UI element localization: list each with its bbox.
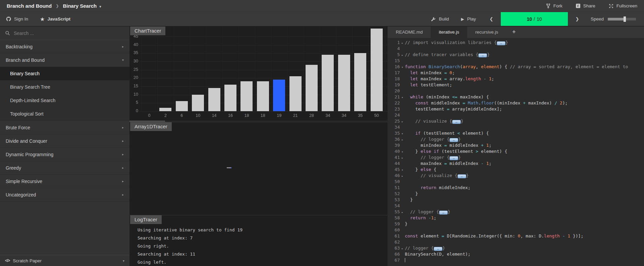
sidebar-item-topological-sort[interactable]: Topological Sort (0, 107, 129, 121)
code-line-content[interactable]: // logger {↔} (405, 246, 644, 252)
fullscreen-button[interactable]: Fullscreen (609, 3, 637, 8)
code-line-content[interactable]: maxIndex = middleIndex - 1; (405, 161, 644, 167)
sidebar-item-binary-search-tree[interactable]: Binary Search Tree (0, 80, 129, 94)
code-line-content[interactable]: const element = D[Randomize.Integer({ mi… (405, 233, 644, 239)
code-line-content[interactable]: testElement = array[middleIndex]; (405, 106, 644, 113)
fork-button[interactable]: Fork (546, 3, 562, 8)
code-line-content[interactable]: minIndex = middleIndex + 1; (405, 143, 644, 149)
code-line-content[interactable] (405, 58, 644, 64)
code-fold-widget-icon[interactable]: ↔ (497, 41, 505, 45)
code-line-content[interactable]: while (minIndex <= maxIndex) { (405, 94, 644, 100)
sidebar-category-simple-recursive[interactable]: Simple Recursive▸ (0, 175, 129, 188)
code-line-content[interactable] (405, 125, 644, 131)
fold-closed-icon[interactable]: ▸ (400, 155, 405, 161)
code-line-content[interactable]: } (405, 191, 644, 197)
code-line-content[interactable]: let maxIndex = array.length - 1; (405, 76, 644, 82)
code-line-content[interactable]: // visualize {↔} (405, 119, 644, 125)
sidebar-item-depth-limited-search[interactable]: Depth-Limited Search (0, 94, 129, 107)
breadcrumb-category[interactable]: Branch and Bound (7, 3, 52, 9)
sidebar-item-binary-search[interactable]: Binary Search (0, 67, 129, 80)
code-line-content[interactable]: // visualize {↔} (405, 173, 644, 179)
build-button[interactable]: Build (425, 12, 455, 26)
fold-open-icon[interactable]: ▾ (400, 64, 405, 70)
code-line-content[interactable]: function BinarySearch(array, element) { … (405, 64, 644, 70)
sidebar-category-brute-force[interactable]: Brute Force▸ (0, 121, 129, 134)
fold-closed-icon[interactable]: ▸ (400, 209, 405, 215)
add-file-button[interactable]: + (506, 27, 522, 38)
share-button[interactable]: f Share (576, 3, 595, 8)
fold-open-icon[interactable]: ▾ (400, 131, 405, 137)
play-button[interactable]: ▶ Play (455, 12, 482, 26)
code-line-content[interactable] (405, 203, 644, 209)
code-token: + (523, 100, 528, 105)
editor-tab-iterative-js[interactable]: iterative.js (431, 27, 467, 38)
step-forward-button[interactable]: ❯ (568, 12, 587, 26)
sidebar-category-backtracking[interactable]: Backtracking▸ (0, 40, 129, 53)
sidebar-category-uncategorized[interactable]: Uncategorized▸ (0, 188, 129, 202)
fold-closed-icon[interactable]: ▸ (400, 246, 405, 252)
code-line-content[interactable]: let minIndex = 0; (405, 70, 644, 76)
code-fold-widget-icon[interactable]: ↔ (452, 120, 461, 124)
code-token: let (410, 70, 421, 75)
code-line-content[interactable]: const middleIndex = Math.floor((minIndex… (405, 100, 644, 106)
code-line: 22const middleIndex = Math.floor((minInd… (388, 100, 644, 106)
language-selector[interactable]: ★ JavaScript (34, 12, 76, 26)
code-fold-widget-icon[interactable]: ↔ (434, 247, 442, 251)
code-line-content[interactable]: return middleIndex; (405, 185, 644, 191)
code-line-content[interactable] (405, 227, 644, 233)
code-line-content[interactable]: // import visualization libraries {↔} (405, 40, 644, 46)
search-input[interactable] (14, 31, 124, 36)
scratch-paper-button[interactable]: </> Scratch Paper ▾ (0, 255, 129, 266)
editor-tab-readme-md[interactable]: README.md (388, 27, 431, 38)
algorithm-visualizer-app: Branch and Bound ❯ Binary Search ▾ Fork … (0, 0, 644, 266)
breadcrumb-item[interactable]: Binary Search ▾ (63, 3, 101, 9)
sidebar-category-divide-and-conquer[interactable]: Divide and Conquer▸ (0, 134, 129, 148)
sidebar-category-dynamic-programming[interactable]: Dynamic Programming▸ (0, 148, 129, 161)
code-line-content[interactable]: // logger {↔} (405, 209, 644, 215)
code-line-content[interactable]: BinarySearch(D, element); (405, 252, 644, 258)
code-fold-widget-icon[interactable]: ↔ (449, 156, 458, 160)
code-line-content[interactable] (405, 46, 644, 52)
code-line-content[interactable] (405, 113, 644, 119)
fold-open-icon[interactable]: ▾ (400, 149, 405, 155)
code-line-content[interactable]: return -1; (405, 215, 644, 221)
fold-open-icon[interactable]: ▾ (400, 94, 405, 100)
fold-closed-icon[interactable]: ▸ (400, 40, 405, 46)
code-line-content[interactable]: // logger {↔} (405, 155, 644, 161)
code-fold-widget-icon[interactable]: ↔ (439, 211, 448, 215)
step-backward-button[interactable]: ❮ (482, 12, 501, 26)
code-line-content[interactable] (405, 239, 644, 246)
sidebar-category-greedy[interactable]: Greedy▸ (0, 161, 129, 175)
code-line-content[interactable]: // define tracer variables {↔} (405, 52, 644, 58)
sidebar-category-branch-and-bound[interactable]: Branch and Bound▾ (0, 53, 129, 67)
code-line-content[interactable] (405, 179, 644, 185)
code-line-content[interactable]: } else { (405, 167, 644, 173)
code-line-content[interactable]: } (405, 221, 644, 227)
code-lines[interactable]: 1▸// import visualization libraries {↔}4… (388, 38, 644, 266)
fold-closed-icon[interactable]: ▸ (400, 119, 405, 125)
code-line-content[interactable]: // logger {↔} (405, 137, 644, 143)
code-line-content[interactable] (405, 258, 644, 264)
progress-indicator[interactable]: 10 / 10 (501, 12, 568, 26)
fold-closed-icon[interactable]: ▸ (400, 173, 405, 179)
fold-open-icon[interactable]: ▾ (400, 167, 405, 173)
code-line-content[interactable]: if (testElement < element) { (405, 131, 644, 137)
editor-tab-recursive-js[interactable]: recursive.js (467, 27, 506, 38)
fold-closed-icon[interactable]: ▸ (400, 137, 405, 143)
code-fold-widget-icon[interactable]: ↔ (478, 53, 487, 57)
code-fold-widget-icon[interactable]: ↔ (458, 174, 466, 178)
scrollbar-thumb[interactable] (129, 121, 165, 122)
speed-slider-handle[interactable] (624, 16, 626, 22)
code-fold-widget-icon[interactable]: ↔ (449, 138, 458, 142)
speed-label: Speed (591, 16, 604, 21)
code-line-content[interactable] (405, 88, 644, 94)
fold-closed-icon[interactable]: ▸ (400, 52, 405, 58)
code-line-content[interactable]: } (405, 197, 644, 203)
code-line-content[interactable]: let testElement; (405, 82, 644, 88)
speed-slider[interactable] (608, 18, 636, 20)
y-axis-tick-label: 20 (129, 75, 138, 80)
chart-horizontal-scrollbar[interactable] (129, 121, 387, 122)
code-line-content[interactable]: } else if (testElement > element) { (405, 149, 644, 155)
code-line: 21▾while (minIndex <= maxIndex) { (388, 94, 644, 100)
sign-in-button[interactable]: Sign In (0, 12, 34, 26)
